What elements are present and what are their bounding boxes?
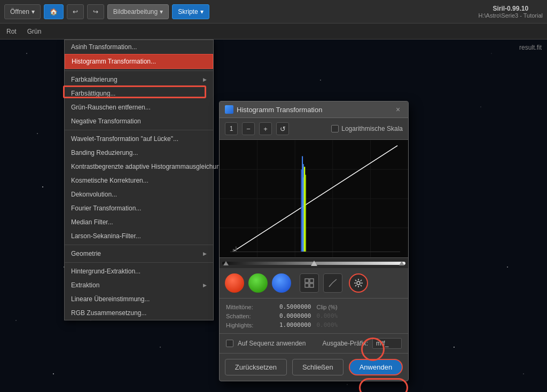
menu-item-asinh[interactable]: Asinh Transformation... (65, 40, 213, 54)
menu-item-lineare[interactable]: Lineare Übereinstimmung... (65, 292, 213, 306)
redo-button[interactable]: ↪ (87, 4, 104, 19)
clip-label: Clip (%) (317, 304, 338, 310)
tab-gruen[interactable]: Grün (27, 26, 42, 37)
menu-item-median[interactable]: Median Filter... (65, 215, 213, 229)
menu-item-extraktion[interactable]: Extraktion (65, 278, 213, 292)
log-scale-section: Logarithmische Skala (331, 125, 403, 132)
dialog-title-left: Histogramm Transformation (225, 105, 322, 114)
image-processing-arrow: ▾ (160, 8, 163, 15)
prefix-label: Ausgabe-Präfix: (323, 340, 368, 347)
clip-high-value: 0.000% (317, 312, 338, 319)
blue-channel-button[interactable] (272, 273, 291, 293)
midtones-label: Mitteltöne: (226, 304, 253, 310)
open-label: Öffnen (10, 8, 29, 15)
dialog-titlebar: Histogramm Transformation × (220, 101, 408, 118)
slider-thumb-mid[interactable] (311, 261, 317, 266)
open-dropdown-arrow: ▾ (32, 8, 35, 15)
svg-rect-38 (236, 246, 237, 252)
sequence-row: Auf Sequenz anwenden Ausgabe-Präfix: (220, 334, 408, 354)
scripts-arrow: ▾ (200, 8, 204, 15)
slider-thumb-right[interactable] (399, 261, 404, 265)
home-button[interactable]: 🏠 (44, 4, 64, 19)
clip-low-value: 0.000% (317, 322, 338, 328)
svg-rect-37 (233, 249, 235, 252)
dialog-icon (225, 105, 233, 114)
values-section: Mitteltöne: 0.5000000 Clip (%) Schatten:… (220, 299, 408, 334)
menu-item-gruen-rauschen[interactable]: Grün-Rauschen entfernen... (65, 100, 213, 114)
highlights-label: Highlights: (226, 322, 253, 328)
green-channel-button[interactable] (248, 273, 268, 293)
menu-item-geometrie[interactable]: Geometrie (65, 247, 213, 261)
svg-line-50 (361, 285, 362, 286)
menu-sep-1 (65, 70, 213, 71)
image-processing-label: Bildbearbeitung (113, 8, 158, 15)
close-button[interactable]: Schließen (292, 359, 343, 375)
menu-item-larson[interactable]: Larson-Sekanina-Filter... (65, 229, 213, 243)
dialog-title: Histogramm Transformation (237, 106, 322, 114)
image-processing-button[interactable]: Bildbearbeitung ▾ (107, 4, 169, 19)
menu-item-farbkalibrierung[interactable]: Farbkalibrierung (65, 73, 213, 87)
plus-button[interactable]: + (259, 122, 272, 135)
shadows-row: Schatten: 0.0000000 (226, 312, 311, 320)
grid-tool-button[interactable] (300, 273, 319, 293)
menu-item-wavelet[interactable]: Wavelet-Transformation "auf Lücke"... (65, 132, 213, 146)
result-file-label: result.fit (519, 44, 542, 51)
curve-tool-button[interactable] (323, 273, 342, 293)
open-button[interactable]: Öffnen ▾ (4, 4, 41, 19)
menu-sep-2 (65, 130, 213, 130)
prefix-input[interactable] (372, 338, 402, 349)
menu-item-hintergrund[interactable]: Hintergrund-Extraktion... (65, 264, 213, 278)
undo-button[interactable]: ↩ (67, 4, 84, 19)
menu-item-kosmetische[interactable]: Kosmetische Korrekturen... (65, 174, 213, 187)
dialog-buttons-row: Zurücksetzen Schließen Anwenden (220, 354, 408, 381)
histogram-svg (220, 140, 408, 257)
apply-button[interactable]: Anwenden (349, 359, 403, 375)
log-scale-label: Logarithmische Skala (341, 125, 403, 132)
red-channel-button[interactable] (225, 273, 244, 293)
midtones-row: Mitteltöne: 0.5000000 (226, 303, 311, 311)
midtones-value: 0.5000000 (279, 303, 311, 310)
scripts-label: Skripte (178, 8, 198, 15)
menu-item-fourier[interactable]: Fourier Transformation... (65, 201, 213, 215)
undo-icon: ↩ (73, 8, 78, 15)
menu-item-dekonvolution[interactable]: Dekonvolution... (65, 187, 213, 201)
menu-item-banding[interactable]: Banding Reduzierung... (65, 146, 213, 160)
shadows-label: Schatten: (226, 313, 251, 319)
svg-line-49 (355, 280, 356, 281)
sequence-label: Auf Sequenz anwenden (238, 340, 306, 347)
slider-thumb-left[interactable] (223, 261, 229, 265)
svg-rect-41 (310, 279, 314, 283)
menu-item-histogramm[interactable]: Histogramm Transformation... (65, 54, 213, 69)
reset-button[interactable]: Zurücksetzen (225, 359, 287, 375)
menu-item-rgb[interactable]: RGB Zusammensetzung... (65, 306, 213, 320)
minus-button[interactable]: − (242, 122, 255, 135)
app-title-area: Siril-0.99.10 H:\Astro\Serie3 - Tutorial (479, 5, 543, 19)
tab-rot[interactable]: Rot (6, 26, 17, 37)
shadows-value: 0.0000000 (279, 312, 311, 319)
clip-header-row: Clip (%) (317, 303, 402, 311)
menu-item-negative[interactable]: Negative Transformation (65, 114, 213, 128)
settings-tool-button[interactable] (349, 273, 368, 293)
app-subtitle: H:\Astro\Serie3 - Tutorial (479, 12, 543, 19)
dialog-close-button[interactable]: × (393, 105, 403, 114)
redo-icon: ↪ (93, 8, 98, 15)
menu-item-farbsaettigung[interactable]: Farbsättigung... (65, 87, 213, 100)
clip-low-row: 0.000% (317, 321, 402, 329)
menu-item-clahe[interactable]: Kontrastbegrenzte adaptive Histogrammaus… (65, 160, 213, 174)
histogram-chart (220, 140, 408, 257)
reset-view-button[interactable]: ↺ (276, 122, 289, 135)
highlights-row: Highlights: 1.0000000 (226, 321, 311, 329)
svg-rect-42 (305, 284, 309, 287)
menu-sep-3 (65, 245, 213, 245)
menu-sep-4 (65, 262, 213, 263)
channel-buttons-row (220, 268, 408, 299)
dialog-controls-row: 1 − + ↺ Logarithmische Skala (220, 118, 408, 140)
channel-tabbar: Rot Grün (0, 23, 547, 40)
sequence-checkbox[interactable] (226, 340, 233, 347)
histogram-dialog: Histogramm Transformation × 1 − + ↺ Loga… (219, 101, 409, 381)
svg-point-44 (357, 281, 360, 285)
histogram-slider-row (220, 257, 408, 268)
scripts-button[interactable]: Skripte ▾ (172, 4, 209, 19)
svg-line-52 (355, 285, 356, 286)
log-scale-checkbox[interactable] (331, 125, 339, 132)
